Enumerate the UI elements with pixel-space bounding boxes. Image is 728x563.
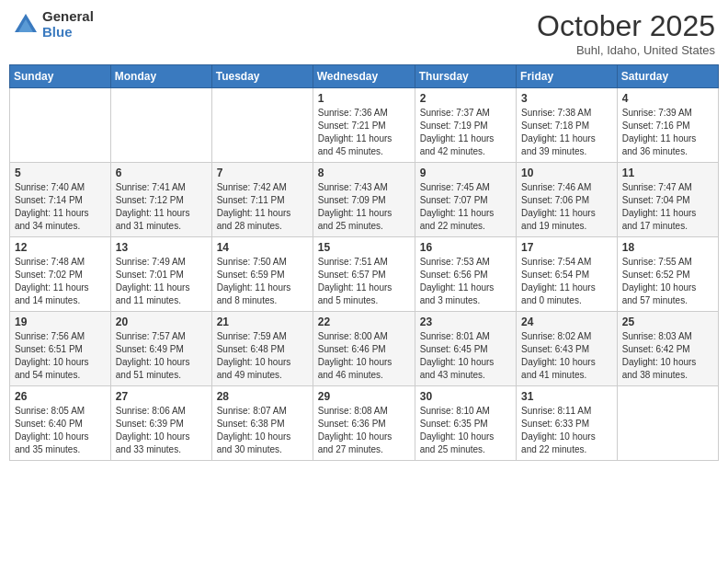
calendar-cell	[617, 386, 718, 461]
calendar-cell: 9Sunrise: 7:45 AM Sunset: 7:07 PM Daylig…	[415, 163, 516, 237]
day-number: 8	[318, 167, 410, 179]
day-number: 13	[116, 241, 207, 254]
day-info: Sunrise: 8:02 AM Sunset: 6:43 PM Dayligh…	[521, 330, 612, 382]
calendar-cell: 20Sunrise: 7:57 AM Sunset: 6:49 PM Dayli…	[110, 312, 211, 386]
day-info: Sunrise: 7:50 AM Sunset: 6:59 PM Dayligh…	[217, 256, 308, 307]
calendar-cell: 17Sunrise: 7:54 AM Sunset: 6:54 PM Dayli…	[517, 237, 618, 312]
calendar-table: SundayMondayTuesdayWednesdayThursdayFrid…	[9, 64, 719, 461]
logo-icon	[13, 12, 39, 38]
day-number: 21	[217, 316, 308, 328]
calendar-cell: 16Sunrise: 7:53 AM Sunset: 6:56 PM Dayli…	[415, 237, 516, 312]
calendar-week-row: 12Sunrise: 7:48 AM Sunset: 7:02 PM Dayli…	[10, 237, 719, 312]
day-number: 9	[420, 167, 511, 179]
day-info: Sunrise: 7:43 AM Sunset: 7:09 PM Dayligh…	[318, 181, 410, 233]
calendar-cell: 14Sunrise: 7:50 AM Sunset: 6:59 PM Dayli…	[211, 237, 313, 312]
day-info: Sunrise: 8:10 AM Sunset: 6:35 PM Dayligh…	[420, 405, 511, 456]
calendar-cell	[211, 88, 313, 163]
day-info: Sunrise: 7:49 AM Sunset: 7:01 PM Dayligh…	[116, 256, 207, 307]
logo-blue-text: Blue	[42, 25, 94, 40]
calendar-cell: 21Sunrise: 7:59 AM Sunset: 6:48 PM Dayli…	[211, 312, 313, 386]
calendar-header: SundayMondayTuesdayWednesdayThursdayFrid…	[10, 65, 719, 88]
day-header-wednesday: Wednesday	[313, 65, 415, 88]
page-header: General Blue October 2025 Buhl, Idaho, U…	[9, 9, 719, 57]
logo-text: General Blue	[42, 9, 94, 40]
calendar-week-row: 19Sunrise: 7:56 AM Sunset: 6:51 PM Dayli…	[10, 312, 719, 386]
logo: General Blue	[13, 9, 94, 40]
month-title: October 2025	[537, 9, 715, 43]
calendar-cell	[110, 88, 211, 163]
day-info: Sunrise: 7:53 AM Sunset: 6:56 PM Dayligh…	[420, 256, 511, 307]
day-info: Sunrise: 7:46 AM Sunset: 7:06 PM Dayligh…	[521, 181, 612, 233]
day-header-sunday: Sunday	[10, 65, 111, 88]
calendar-cell: 7Sunrise: 7:42 AM Sunset: 7:11 PM Daylig…	[211, 163, 313, 237]
day-number: 31	[521, 390, 612, 403]
day-header-saturday: Saturday	[617, 65, 718, 88]
day-info: Sunrise: 7:55 AM Sunset: 6:52 PM Dayligh…	[622, 256, 713, 307]
day-number: 16	[420, 241, 511, 254]
day-number: 12	[15, 241, 106, 254]
day-info: Sunrise: 7:47 AM Sunset: 7:04 PM Dayligh…	[622, 181, 713, 233]
day-number: 19	[15, 316, 106, 328]
calendar-cell: 23Sunrise: 8:01 AM Sunset: 6:45 PM Dayli…	[415, 312, 516, 386]
calendar-cell: 25Sunrise: 8:03 AM Sunset: 6:42 PM Dayli…	[617, 312, 718, 386]
calendar-cell: 29Sunrise: 8:08 AM Sunset: 6:36 PM Dayli…	[313, 386, 415, 461]
day-info: Sunrise: 7:42 AM Sunset: 7:11 PM Dayligh…	[217, 181, 308, 233]
day-number: 17	[521, 241, 612, 254]
calendar-cell: 11Sunrise: 7:47 AM Sunset: 7:04 PM Dayli…	[617, 163, 718, 237]
calendar-cell: 4Sunrise: 7:39 AM Sunset: 7:16 PM Daylig…	[617, 88, 718, 163]
location: Buhl, Idaho, United States	[537, 43, 715, 57]
calendar-cell: 13Sunrise: 7:49 AM Sunset: 7:01 PM Dayli…	[110, 237, 211, 312]
calendar-week-row: 5Sunrise: 7:40 AM Sunset: 7:14 PM Daylig…	[10, 163, 719, 237]
calendar-cell: 18Sunrise: 7:55 AM Sunset: 6:52 PM Dayli…	[617, 237, 718, 312]
day-number: 10	[521, 167, 612, 179]
day-info: Sunrise: 7:48 AM Sunset: 7:02 PM Dayligh…	[15, 256, 106, 307]
day-header-tuesday: Tuesday	[211, 65, 313, 88]
day-number: 20	[116, 316, 207, 328]
calendar-cell: 10Sunrise: 7:46 AM Sunset: 7:06 PM Dayli…	[517, 163, 618, 237]
day-info: Sunrise: 7:56 AM Sunset: 6:51 PM Dayligh…	[15, 330, 106, 382]
day-info: Sunrise: 8:01 AM Sunset: 6:45 PM Dayligh…	[420, 330, 511, 382]
day-info: Sunrise: 8:03 AM Sunset: 6:42 PM Dayligh…	[622, 330, 713, 382]
day-info: Sunrise: 8:11 AM Sunset: 6:33 PM Dayligh…	[521, 405, 612, 456]
day-header-thursday: Thursday	[415, 65, 516, 88]
day-number: 5	[15, 167, 106, 179]
day-number: 14	[217, 241, 308, 254]
calendar-cell: 5Sunrise: 7:40 AM Sunset: 7:14 PM Daylig…	[10, 163, 111, 237]
day-info: Sunrise: 7:57 AM Sunset: 6:49 PM Dayligh…	[116, 330, 207, 382]
calendar-cell: 8Sunrise: 7:43 AM Sunset: 7:09 PM Daylig…	[313, 163, 415, 237]
day-info: Sunrise: 7:59 AM Sunset: 6:48 PM Dayligh…	[217, 330, 308, 382]
day-number: 1	[318, 92, 410, 105]
day-number: 28	[217, 390, 308, 403]
day-number: 15	[318, 241, 410, 254]
calendar-cell: 26Sunrise: 8:05 AM Sunset: 6:40 PM Dayli…	[10, 386, 111, 461]
day-info: Sunrise: 7:51 AM Sunset: 6:57 PM Dayligh…	[318, 256, 410, 307]
calendar-cell: 6Sunrise: 7:41 AM Sunset: 7:12 PM Daylig…	[110, 163, 211, 237]
day-number: 7	[217, 167, 308, 179]
day-info: Sunrise: 7:39 AM Sunset: 7:16 PM Dayligh…	[622, 107, 713, 158]
day-info: Sunrise: 8:00 AM Sunset: 6:46 PM Dayligh…	[318, 330, 410, 382]
calendar-cell: 3Sunrise: 7:38 AM Sunset: 7:18 PM Daylig…	[517, 88, 618, 163]
calendar-cell: 27Sunrise: 8:06 AM Sunset: 6:39 PM Dayli…	[110, 386, 211, 461]
day-number: 30	[420, 390, 511, 403]
day-number: 6	[116, 167, 207, 179]
day-info: Sunrise: 8:06 AM Sunset: 6:39 PM Dayligh…	[116, 405, 207, 456]
calendar-cell: 1Sunrise: 7:36 AM Sunset: 7:21 PM Daylig…	[313, 88, 415, 163]
logo-general-text: General	[42, 9, 94, 25]
day-info: Sunrise: 8:07 AM Sunset: 6:38 PM Dayligh…	[217, 405, 308, 456]
calendar-cell: 28Sunrise: 8:07 AM Sunset: 6:38 PM Dayli…	[211, 386, 313, 461]
day-info: Sunrise: 7:37 AM Sunset: 7:19 PM Dayligh…	[420, 107, 511, 158]
day-number: 23	[420, 316, 511, 328]
calendar-cell: 15Sunrise: 7:51 AM Sunset: 6:57 PM Dayli…	[313, 237, 415, 312]
calendar-cell	[10, 88, 111, 163]
day-info: Sunrise: 7:40 AM Sunset: 7:14 PM Dayligh…	[15, 181, 106, 233]
calendar-cell: 30Sunrise: 8:10 AM Sunset: 6:35 PM Dayli…	[415, 386, 516, 461]
days-header-row: SundayMondayTuesdayWednesdayThursdayFrid…	[10, 65, 719, 88]
calendar-week-row: 1Sunrise: 7:36 AM Sunset: 7:21 PM Daylig…	[10, 88, 719, 163]
day-info: Sunrise: 8:05 AM Sunset: 6:40 PM Dayligh…	[15, 405, 106, 456]
day-number: 26	[15, 390, 106, 403]
day-info: Sunrise: 7:38 AM Sunset: 7:18 PM Dayligh…	[521, 107, 612, 158]
day-number: 3	[521, 92, 612, 105]
day-number: 27	[116, 390, 207, 403]
calendar-body: 1Sunrise: 7:36 AM Sunset: 7:21 PM Daylig…	[10, 88, 719, 461]
day-info: Sunrise: 7:36 AM Sunset: 7:21 PM Dayligh…	[318, 107, 410, 158]
